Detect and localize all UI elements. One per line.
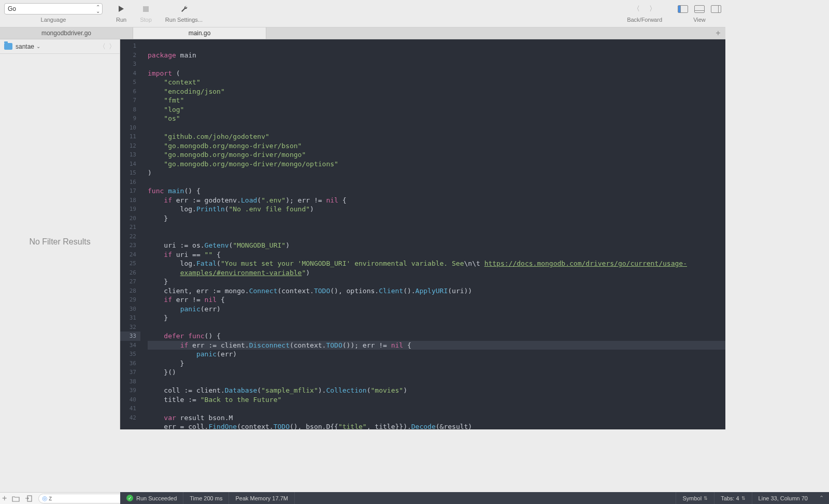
view-left-panel-button[interactable]	[678, 5, 688, 13]
crumb-forward-icon[interactable]: 〉	[109, 42, 116, 51]
run-label: Run	[116, 17, 126, 23]
folder-icon	[4, 43, 12, 50]
view-bottom-panel-button[interactable]	[694, 5, 705, 13]
path-bar[interactable]: santae ⌄ 〈 〉	[0, 39, 120, 54]
language-value: Go	[8, 5, 16, 12]
back-forward-group: 〈 〉 Back/Forward	[627, 3, 662, 23]
crumb-label: santae	[16, 43, 34, 50]
back-button[interactable]: 〈	[633, 4, 640, 13]
stop-icon	[142, 3, 149, 15]
svg-rect-0	[143, 6, 149, 12]
settings-label: Run Settings...	[165, 17, 203, 23]
language-group: Go ⌃⌄ Language	[4, 3, 103, 23]
sidebar: santae ⌄ 〈 〉 No Filter Results	[0, 39, 120, 429]
tab-main[interactable]: main.go	[133, 27, 266, 39]
forward-button[interactable]: 〉	[649, 4, 656, 13]
crumb-back-icon[interactable]: 〈	[99, 42, 106, 51]
backforward-label: Back/Forward	[627, 17, 662, 23]
updown-icon: ⌃⌄	[96, 5, 100, 13]
crumb-nav: 〈 〉	[99, 42, 116, 51]
line-gutter: 1234567891011121314151617181920212223242…	[120, 39, 140, 429]
run-settings-button[interactable]: Run Settings...	[165, 3, 203, 23]
main-area: santae ⌄ 〈 〉 No Filter Results 123456789…	[0, 39, 725, 429]
language-select[interactable]: Go ⌃⌄	[4, 3, 103, 15]
language-label: Language	[41, 17, 66, 23]
stop-label: Stop	[140, 17, 152, 23]
view-right-panel-button[interactable]	[711, 5, 721, 13]
code-content[interactable]: package mainimport ( "context" "encoding…	[140, 39, 725, 429]
new-tab-button[interactable]: +	[711, 27, 725, 39]
tab-mongodbdriver[interactable]: mongodbdriver.go	[0, 27, 133, 39]
toolbar: Go ⌃⌄ Language Run Stop Run Settings... …	[0, 0, 725, 27]
chevron-down-icon: ⌄	[36, 44, 40, 49]
no-filter-results: No Filter Results	[0, 54, 120, 429]
view-group: View	[678, 3, 721, 23]
code-editor[interactable]: 1234567891011121314151617181920212223242…	[120, 39, 725, 429]
run-button[interactable]: Run	[116, 3, 126, 23]
play-icon	[118, 3, 125, 15]
tab-bar: mongodbdriver.go main.go +	[0, 27, 725, 39]
wrench-icon	[180, 3, 188, 15]
view-label: View	[693, 17, 706, 23]
stop-button[interactable]: Stop	[140, 3, 152, 23]
